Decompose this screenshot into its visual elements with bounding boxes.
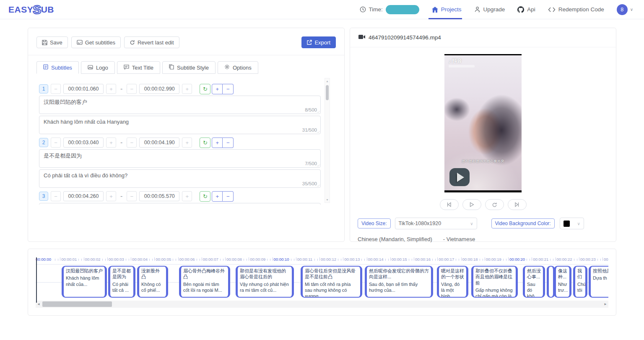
refresh-entry-button[interactable]: ↻: [200, 138, 210, 148]
save-icon: [42, 40, 47, 45]
resize-handle-icon[interactable]: [317, 164, 320, 166]
video-bg-color-select[interactable]: ∨: [560, 218, 584, 229]
save-label: Save: [50, 39, 62, 46]
refresh-entry-button[interactable]: ↻: [200, 84, 210, 94]
timeline-subtitle-block[interactable]: 然后呢你会发现它的骨骼的方向是这样...Sau đó, bạn sẽ tìm t…: [365, 266, 433, 298]
timeline-subtitle-block[interactable]: 按照他是不是Dựa th của ha: [589, 266, 608, 298]
start-time-increment-button[interactable]: +: [106, 138, 116, 148]
watermark-text: 抖音: [452, 57, 462, 65]
easysub-logo[interactable]: EASYSUB: [8, 3, 54, 16]
resize-handle-icon[interactable]: [317, 131, 320, 132]
scroll-down-icon[interactable]: ▼: [325, 197, 330, 202]
end-time-increment-button[interactable]: +: [182, 138, 192, 148]
timeline-subtitle-block[interactable]: 眉心骨外凸梅峰谷外凸Bên ngoài mi tâm cốt lồi ra ng…: [179, 266, 230, 298]
get-subtitles-button[interactable]: Get subtitles: [71, 36, 121, 48]
nav-item-upgrade[interactable]: Upgrade: [474, 6, 505, 13]
video-player[interactable]: ♪抖音 是不是都是因为眉心骨外突: [444, 54, 522, 192]
play-button[interactable]: [462, 199, 481, 210]
export-label: Export: [314, 39, 330, 46]
scroll-right-icon[interactable]: ►: [602, 302, 608, 306]
time-label: Time:: [369, 6, 383, 13]
tab-text-title[interactable]: Text Title: [117, 61, 160, 74]
start-time-input[interactable]: 00:00:03.040: [63, 138, 104, 148]
ruler-label: 00:00:17: [439, 257, 454, 262]
skip-end-button[interactable]: [508, 199, 527, 210]
end-time-decrement-button[interactable]: −: [127, 191, 137, 201]
char-count: 31/500: [302, 127, 317, 132]
video-subtitle-overlay: 是不是都是因为眉心骨外突: [444, 159, 522, 164]
end-time-decrement-button[interactable]: −: [127, 138, 137, 148]
tab-subtitle-style[interactable]: Subtitle Style: [162, 61, 216, 74]
scroll-left-icon[interactable]: ◄: [36, 302, 42, 306]
scroll-up-icon[interactable]: ▲: [325, 78, 330, 84]
horizontal-scrollbar[interactable]: ◄ ►: [36, 301, 608, 308]
timeline-ruler[interactable]: 00:00:0000:00:0100:00:0200:00:0300:00:04…: [36, 254, 608, 264]
export-button[interactable]: Export: [301, 36, 336, 48]
resize-handle-icon[interactable]: [317, 111, 320, 112]
play-overlay-button[interactable]: [449, 168, 470, 186]
video-bg-color-label: Video Background Color:: [491, 218, 555, 228]
source-text-area[interactable]: 汉阳最凹陷的客户8/500: [39, 96, 321, 114]
add-entry-button[interactable]: +: [212, 138, 223, 148]
nav-item-redemption-code[interactable]: Redemption Code: [548, 6, 604, 13]
timeline-panel: 00:00:0000:00:0100:00:0200:00:0300:00:04…: [28, 249, 616, 316]
timeline-subtitle-block[interactable]: 像这种...Như trư...: [554, 266, 571, 298]
tab-subtitles[interactable]: Subtitles: [36, 61, 79, 74]
translated-text-area[interactable]: Có phải tất cả là vì điều đó không?35/50…: [39, 169, 321, 188]
start-time-decrement-button[interactable]: −: [51, 191, 61, 201]
timeline-subtitle-block[interactable]: 那但是有没有发现他的眉心骨是往后的Vậy nhưng có phát hiện …: [236, 266, 294, 298]
remove-entry-button[interactable]: −: [223, 84, 234, 94]
timeline-subtitle-block[interactable]: 眉心骨往后突但是没风骨是不是往前凸Mi tâm cốt nhỏ ra phía …: [301, 266, 362, 298]
timeline-subtitle-block[interactable]: 我们Chúng tôi: [573, 266, 587, 298]
user-menu[interactable]: 8 ∨: [617, 4, 633, 15]
resize-handle-icon[interactable]: [317, 184, 320, 186]
horizontal-scrollbar-thumb[interactable]: [42, 301, 112, 307]
subtitle-list[interactable]: 1−00:00:01.060+-−00:00:02.990+↻+−汉阳最凹陷的客…: [36, 77, 336, 205]
start-time-input[interactable]: 00:00:01.060: [63, 84, 104, 94]
nav-item-api[interactable]: Api: [517, 6, 535, 13]
translated-text-area[interactable]: Khách hàng lõm nhất của Hanyang31/500: [39, 116, 321, 134]
timeline-subtitle-block[interactable]: 没新股外凸Không có cổ phiế...: [137, 266, 168, 298]
nav-item-projects[interactable]: Projects: [432, 6, 462, 13]
start-time-input[interactable]: 00:00:04.260: [63, 191, 104, 201]
end-time-increment-button[interactable]: +: [182, 84, 192, 94]
subtitle-entry: 1−00:00:01.060+-−00:00:02.990+↻+−汉阳最凹陷的客…: [39, 84, 321, 134]
timeline-subtitle-block[interactable]: 嗯对是这样的一个形状Vâng, đó là một hình...: [437, 266, 468, 298]
source-text-area[interactable]: 没新股外凸: [39, 203, 321, 205]
start-time-increment-button[interactable]: +: [106, 191, 116, 201]
block-translated-text: Bên ngoài mi tâm cốt lồi ra ngoài M...: [183, 281, 226, 293]
ruler-minor-tick: [267, 259, 267, 261]
replay-button[interactable]: [485, 199, 504, 210]
vertical-scrollbar[interactable]: ▲ ▼: [325, 78, 330, 203]
remove-entry-button[interactable]: −: [223, 191, 234, 202]
add-entry-button[interactable]: +: [212, 191, 223, 202]
end-time-increment-button[interactable]: +: [182, 191, 192, 201]
revert-last-edit-button[interactable]: Revert last edit: [124, 36, 179, 48]
timeline-subtitle-block[interactable]: 那折叠但不仅折叠而且他的眉峰是往前Gấp nhưng không chỉ gấp…: [471, 266, 518, 298]
end-time-input[interactable]: 00:00:02.990: [139, 84, 179, 94]
start-time-decrement-button[interactable]: −: [51, 84, 61, 94]
vertical-scrollbar-thumb[interactable]: [326, 85, 329, 100]
tab-logo[interactable]: Logo: [81, 61, 115, 74]
start-time-increment-button[interactable]: +: [106, 84, 116, 94]
source-language: Chinese (Mandarin, Simplified): [358, 236, 432, 242]
timeline-track[interactable]: 汉阳最凹陷的客户Khách hàng lõm nhất của...是不是都是因…: [36, 264, 608, 299]
timeline-subtitle-block[interactable]: 是不是都是因为Có phải tất cả ...: [108, 266, 135, 298]
avatar[interactable]: 8: [617, 4, 628, 15]
timeline-subtitle-block[interactable]: 然后没心事...Sau đó khô...: [523, 266, 545, 298]
tab-options[interactable]: Options: [218, 61, 258, 74]
refresh-entry-button[interactable]: ↻: [200, 191, 210, 202]
remove-entry-button[interactable]: −: [223, 138, 234, 148]
video-size-select[interactable]: TikTok-1080x1920 ∨: [395, 218, 477, 229]
playhead-cursor[interactable]: [36, 257, 37, 303]
save-button[interactable]: Save: [36, 36, 68, 48]
ruler-minor-tick: [506, 259, 506, 261]
end-time-input[interactable]: 00:00:05.570: [139, 191, 179, 201]
timeline-subtitle-block[interactable]: 汉阳最凹陷的客户Khách hàng lõm nhất của...: [62, 266, 107, 298]
skip-start-button[interactable]: [440, 199, 459, 210]
add-entry-button[interactable]: +: [212, 84, 223, 94]
end-time-decrement-button[interactable]: −: [127, 84, 137, 94]
start-time-decrement-button[interactable]: −: [51, 138, 61, 148]
source-text-area[interactable]: 是不是都是因为7/500: [39, 149, 321, 168]
end-time-input[interactable]: 00:00:04.190: [139, 138, 179, 148]
